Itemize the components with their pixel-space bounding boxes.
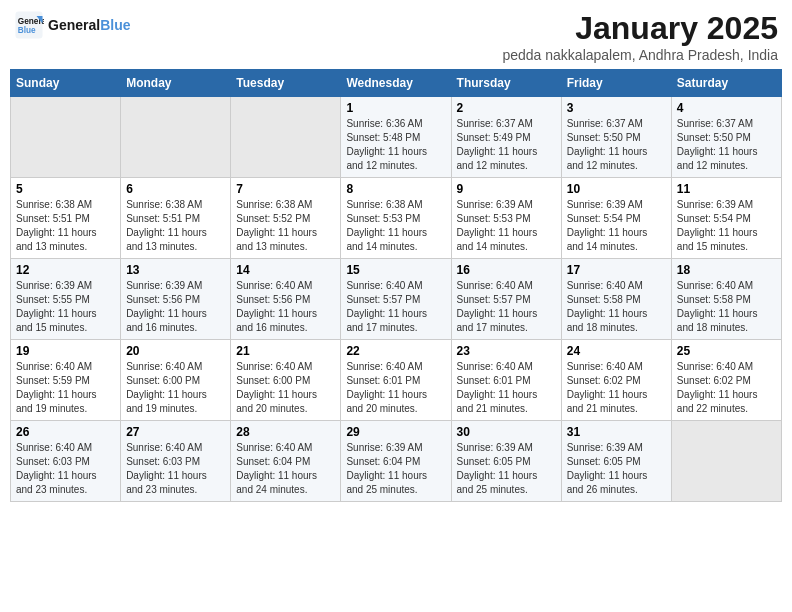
day-info: Sunrise: 6:40 AM Sunset: 6:04 PM Dayligh… — [236, 441, 335, 497]
calendar-cell: 13Sunrise: 6:39 AM Sunset: 5:56 PM Dayli… — [121, 259, 231, 340]
day-number: 15 — [346, 263, 445, 277]
weekday-header: Saturday — [671, 70, 781, 97]
calendar-week-row: 12Sunrise: 6:39 AM Sunset: 5:55 PM Dayli… — [11, 259, 782, 340]
calendar-week-row: 1Sunrise: 6:36 AM Sunset: 5:48 PM Daylig… — [11, 97, 782, 178]
day-info: Sunrise: 6:39 AM Sunset: 5:55 PM Dayligh… — [16, 279, 115, 335]
day-info: Sunrise: 6:39 AM Sunset: 6:05 PM Dayligh… — [457, 441, 556, 497]
calendar-cell — [11, 97, 121, 178]
day-info: Sunrise: 6:40 AM Sunset: 6:01 PM Dayligh… — [346, 360, 445, 416]
day-number: 18 — [677, 263, 776, 277]
weekday-header: Thursday — [451, 70, 561, 97]
day-info: Sunrise: 6:40 AM Sunset: 5:57 PM Dayligh… — [346, 279, 445, 335]
day-info: Sunrise: 6:37 AM Sunset: 5:50 PM Dayligh… — [567, 117, 666, 173]
day-number: 31 — [567, 425, 666, 439]
day-info: Sunrise: 6:40 AM Sunset: 6:03 PM Dayligh… — [16, 441, 115, 497]
day-info: Sunrise: 6:39 AM Sunset: 5:54 PM Dayligh… — [567, 198, 666, 254]
day-info: Sunrise: 6:40 AM Sunset: 5:56 PM Dayligh… — [236, 279, 335, 335]
logo-general: General — [48, 17, 100, 33]
day-info: Sunrise: 6:38 AM Sunset: 5:51 PM Dayligh… — [16, 198, 115, 254]
calendar-cell: 16Sunrise: 6:40 AM Sunset: 5:57 PM Dayli… — [451, 259, 561, 340]
calendar-cell: 22Sunrise: 6:40 AM Sunset: 6:01 PM Dayli… — [341, 340, 451, 421]
calendar-cell: 25Sunrise: 6:40 AM Sunset: 6:02 PM Dayli… — [671, 340, 781, 421]
calendar-cell: 29Sunrise: 6:39 AM Sunset: 6:04 PM Dayli… — [341, 421, 451, 502]
day-number: 13 — [126, 263, 225, 277]
calendar-table: SundayMondayTuesdayWednesdayThursdayFrid… — [10, 69, 782, 502]
calendar-cell: 12Sunrise: 6:39 AM Sunset: 5:55 PM Dayli… — [11, 259, 121, 340]
calendar-cell: 23Sunrise: 6:40 AM Sunset: 6:01 PM Dayli… — [451, 340, 561, 421]
day-info: Sunrise: 6:40 AM Sunset: 6:03 PM Dayligh… — [126, 441, 225, 497]
day-number: 2 — [457, 101, 556, 115]
day-info: Sunrise: 6:40 AM Sunset: 5:58 PM Dayligh… — [677, 279, 776, 335]
day-info: Sunrise: 6:40 AM Sunset: 6:00 PM Dayligh… — [236, 360, 335, 416]
day-info: Sunrise: 6:40 AM Sunset: 5:57 PM Dayligh… — [457, 279, 556, 335]
day-info: Sunrise: 6:39 AM Sunset: 6:04 PM Dayligh… — [346, 441, 445, 497]
day-info: Sunrise: 6:40 AM Sunset: 6:01 PM Dayligh… — [457, 360, 556, 416]
logo-icon: General Blue — [14, 10, 44, 40]
day-number: 30 — [457, 425, 556, 439]
calendar-cell — [231, 97, 341, 178]
day-number: 26 — [16, 425, 115, 439]
calendar-cell: 27Sunrise: 6:40 AM Sunset: 6:03 PM Dayli… — [121, 421, 231, 502]
day-number: 12 — [16, 263, 115, 277]
day-info: Sunrise: 6:38 AM Sunset: 5:52 PM Dayligh… — [236, 198, 335, 254]
day-number: 1 — [346, 101, 445, 115]
month-title: January 2025 — [502, 10, 778, 47]
location: pedda nakkalapalem, Andhra Pradesh, Indi… — [502, 47, 778, 63]
calendar-cell: 3Sunrise: 6:37 AM Sunset: 5:50 PM Daylig… — [561, 97, 671, 178]
day-info: Sunrise: 6:40 AM Sunset: 5:59 PM Dayligh… — [16, 360, 115, 416]
calendar-cell: 21Sunrise: 6:40 AM Sunset: 6:00 PM Dayli… — [231, 340, 341, 421]
day-info: Sunrise: 6:38 AM Sunset: 5:51 PM Dayligh… — [126, 198, 225, 254]
calendar-cell: 18Sunrise: 6:40 AM Sunset: 5:58 PM Dayli… — [671, 259, 781, 340]
calendar-body: 1Sunrise: 6:36 AM Sunset: 5:48 PM Daylig… — [11, 97, 782, 502]
logo: General Blue GeneralBlue — [14, 10, 130, 40]
day-number: 24 — [567, 344, 666, 358]
day-info: Sunrise: 6:37 AM Sunset: 5:49 PM Dayligh… — [457, 117, 556, 173]
day-info: Sunrise: 6:39 AM Sunset: 5:56 PM Dayligh… — [126, 279, 225, 335]
day-number: 4 — [677, 101, 776, 115]
calendar-cell: 17Sunrise: 6:40 AM Sunset: 5:58 PM Dayli… — [561, 259, 671, 340]
calendar-header: SundayMondayTuesdayWednesdayThursdayFrid… — [11, 70, 782, 97]
day-number: 29 — [346, 425, 445, 439]
weekday-header: Wednesday — [341, 70, 451, 97]
title-block: January 2025 pedda nakkalapalem, Andhra … — [502, 10, 778, 63]
day-number: 9 — [457, 182, 556, 196]
day-info: Sunrise: 6:40 AM Sunset: 6:00 PM Dayligh… — [126, 360, 225, 416]
calendar-cell — [121, 97, 231, 178]
day-info: Sunrise: 6:36 AM Sunset: 5:48 PM Dayligh… — [346, 117, 445, 173]
day-number: 6 — [126, 182, 225, 196]
day-number: 19 — [16, 344, 115, 358]
day-number: 5 — [16, 182, 115, 196]
day-info: Sunrise: 6:39 AM Sunset: 5:54 PM Dayligh… — [677, 198, 776, 254]
svg-text:Blue: Blue — [18, 26, 36, 35]
calendar-week-row: 26Sunrise: 6:40 AM Sunset: 6:03 PM Dayli… — [11, 421, 782, 502]
calendar-cell: 19Sunrise: 6:40 AM Sunset: 5:59 PM Dayli… — [11, 340, 121, 421]
calendar-cell: 7Sunrise: 6:38 AM Sunset: 5:52 PM Daylig… — [231, 178, 341, 259]
calendar-cell: 8Sunrise: 6:38 AM Sunset: 5:53 PM Daylig… — [341, 178, 451, 259]
calendar-cell: 11Sunrise: 6:39 AM Sunset: 5:54 PM Dayli… — [671, 178, 781, 259]
day-number: 7 — [236, 182, 335, 196]
calendar-cell: 26Sunrise: 6:40 AM Sunset: 6:03 PM Dayli… — [11, 421, 121, 502]
day-number: 16 — [457, 263, 556, 277]
calendar-week-row: 19Sunrise: 6:40 AM Sunset: 5:59 PM Dayli… — [11, 340, 782, 421]
calendar-cell — [671, 421, 781, 502]
day-number: 14 — [236, 263, 335, 277]
day-info: Sunrise: 6:40 AM Sunset: 5:58 PM Dayligh… — [567, 279, 666, 335]
day-number: 8 — [346, 182, 445, 196]
calendar-cell: 9Sunrise: 6:39 AM Sunset: 5:53 PM Daylig… — [451, 178, 561, 259]
day-number: 10 — [567, 182, 666, 196]
calendar-cell: 2Sunrise: 6:37 AM Sunset: 5:49 PM Daylig… — [451, 97, 561, 178]
day-number: 25 — [677, 344, 776, 358]
day-info: Sunrise: 6:39 AM Sunset: 6:05 PM Dayligh… — [567, 441, 666, 497]
day-number: 17 — [567, 263, 666, 277]
calendar-cell: 24Sunrise: 6:40 AM Sunset: 6:02 PM Dayli… — [561, 340, 671, 421]
day-number: 28 — [236, 425, 335, 439]
calendar-cell: 31Sunrise: 6:39 AM Sunset: 6:05 PM Dayli… — [561, 421, 671, 502]
calendar-cell: 15Sunrise: 6:40 AM Sunset: 5:57 PM Dayli… — [341, 259, 451, 340]
calendar-cell: 30Sunrise: 6:39 AM Sunset: 6:05 PM Dayli… — [451, 421, 561, 502]
weekday-header: Monday — [121, 70, 231, 97]
calendar-cell: 28Sunrise: 6:40 AM Sunset: 6:04 PM Dayli… — [231, 421, 341, 502]
day-number: 27 — [126, 425, 225, 439]
calendar-cell: 4Sunrise: 6:37 AM Sunset: 5:50 PM Daylig… — [671, 97, 781, 178]
day-number: 22 — [346, 344, 445, 358]
day-number: 23 — [457, 344, 556, 358]
